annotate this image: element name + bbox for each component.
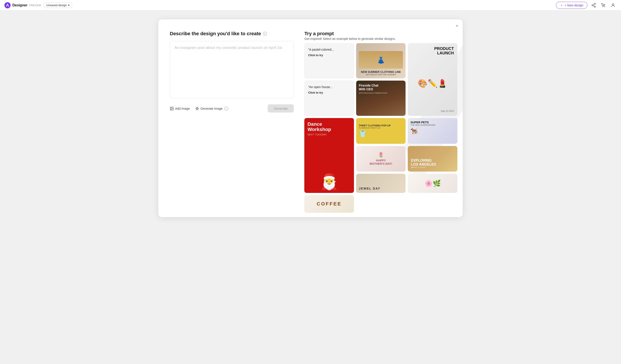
product-label: PRODUCTLAUNCH [434, 47, 454, 55]
close-button[interactable]: × [456, 23, 458, 28]
prompt-card-jewel[interactable]: JEWEL DAY [356, 174, 406, 193]
svg-point-3 [592, 5, 593, 6]
mothers-label: HAPPYMOTHER'S DAY! [370, 159, 392, 165]
summer-label: NEW SUMMER CLOTHING LINE [361, 70, 401, 74]
prompt-textarea[interactable] [170, 41, 294, 98]
prompt-card-summer[interactable]: 👗 NEW SUMMER CLOTHING LINE GET READY FOR… [356, 43, 406, 79]
prompt-card-mothers[interactable]: 🌷 HAPPYMOTHER'S DAY! [356, 146, 406, 172]
app-name: Designer [12, 3, 27, 7]
dance-title: DanceWorkshop [307, 122, 351, 132]
right-panel-title: Try a prompt [304, 31, 458, 37]
svg-point-4 [594, 6, 596, 7]
product-date: Sept 10 2023 [411, 110, 454, 112]
generate-image-label: Generate image [200, 107, 223, 110]
prompt-card-coffee[interactable]: COFFEE [304, 195, 354, 213]
svg-line-7 [604, 5, 605, 7]
superpets-label: SUPER PETS [410, 121, 455, 124]
prompt-card-product[interactable]: PRODUCTLAUNCH 🎨✏️💄 Sept 10 2023 [408, 43, 457, 116]
svg-point-10 [171, 108, 171, 108]
share-icon-button[interactable] [590, 2, 597, 9]
prompt-text-card-1[interactable]: "A pastel-colored... Click to try [304, 43, 354, 79]
summer-figure: 👗 [359, 51, 403, 69]
click-to-try-1: Click to try [308, 53, 350, 57]
la-sub: WHAT A DAY! [411, 166, 454, 168]
actions-row: Add image Generate image i Generate [170, 104, 294, 112]
new-design-label: + New design [565, 3, 583, 7]
click-to-try-2: Click to try [308, 91, 350, 94]
coffee-label: COFFEE [317, 201, 342, 207]
generate-info-icon[interactable]: i [224, 107, 228, 111]
prompt-quote-1: "A pastel-colored... [308, 48, 350, 51]
prompt-card-la[interactable]: EXPLORINGLOS ANGELES WHAT A DAY! [408, 146, 457, 172]
fireside-sub: WITH DELICIOUS CHINESE FOOD [359, 92, 403, 94]
prompt-grid-wrapper[interactable]: "A pastel-colored... Click to try 👗 NEW … [304, 43, 458, 213]
prompt-card-thrift[interactable]: THRIFT CLOTHING POP-UP FLORENCE CRAFT CO… [356, 118, 406, 144]
designer-logo-icon [4, 2, 11, 8]
plus-icon: ＋ [560, 3, 563, 7]
svg-line-5 [593, 5, 594, 6]
main-area: × Describe the design you'd like to crea… [0, 11, 621, 364]
chevron-down-icon: ▾ [68, 3, 70, 7]
celebrate-icon-button[interactable] [600, 2, 607, 9]
prompt-grid: "A pastel-colored... Click to try 👗 NEW … [304, 43, 458, 213]
user-icon-button[interactable] [609, 2, 617, 9]
thrift-sub: FLORENCE CRAFT CO. [359, 127, 403, 129]
prompt-text-card-2[interactable]: "An open house... Click to try [304, 80, 354, 116]
design-name-label: Unsaved design [46, 3, 67, 7]
prompt-card-superpets[interactable]: SUPER PETS THE NEW SUPERHEROES 🐕‍🦺 [408, 118, 457, 144]
svg-point-8 [612, 3, 614, 5]
prompt-quote-2: "An open house... [308, 85, 350, 89]
jewel-label: JEWEL DAY [359, 187, 380, 190]
preview-label: PREVIEW [29, 4, 41, 7]
summer-sub: GET READY FOR THE SUMMER [366, 74, 396, 76]
topnav: Designer PREVIEW Unsaved design ▾ ＋ + Ne… [0, 0, 621, 11]
generate-image-button[interactable]: Generate image i [195, 107, 228, 111]
app-logo: Designer PREVIEW [4, 2, 41, 8]
prompt-card-fireside[interactable]: Fireside ChatWith CEO WITH DELICIOUS CHI… [356, 80, 406, 116]
prompt-card-floral[interactable]: 🌸🌿 [408, 174, 457, 193]
svg-point-1 [7, 4, 8, 5]
design-name-dropdown[interactable]: Unsaved design ▾ [44, 2, 72, 8]
la-title: EXPLORINGLOS ANGELES [411, 158, 454, 166]
topnav-right-actions: ＋ + New design [556, 2, 617, 9]
right-panel: Try a prompt Get inspired! Select an exa… [304, 19, 463, 217]
svg-point-2 [594, 3, 596, 4]
new-design-button[interactable]: ＋ + New design [556, 2, 587, 9]
superpets-sub: THE NEW SUPERHEROES [410, 124, 455, 126]
dialog-card: × Describe the design you'd like to crea… [158, 19, 463, 217]
info-icon[interactable]: i [263, 32, 267, 36]
svg-line-6 [593, 4, 594, 5]
add-image-label: Add image [175, 107, 190, 110]
prompt-card-dance[interactable]: DanceWorkshop NEXT TUESDAY 🎅 [304, 118, 354, 193]
generate-button[interactable]: Generate [268, 104, 294, 112]
fireside-title: Fireside ChatWith CEO [359, 84, 403, 91]
dance-sub: NEXT TUESDAY [307, 133, 351, 136]
thrift-label: THRIFT CLOTHING POP-UP [359, 124, 403, 127]
right-panel-header: Try a prompt Get inspired! Select an exa… [304, 31, 458, 41]
right-panel-subtitle: Get inspired! Select an example below to… [304, 37, 458, 41]
add-image-button[interactable]: Add image [170, 107, 190, 111]
left-panel: Describe the design you'd like to create… [158, 19, 304, 217]
left-panel-title: Describe the design you'd like to create… [170, 31, 294, 37]
